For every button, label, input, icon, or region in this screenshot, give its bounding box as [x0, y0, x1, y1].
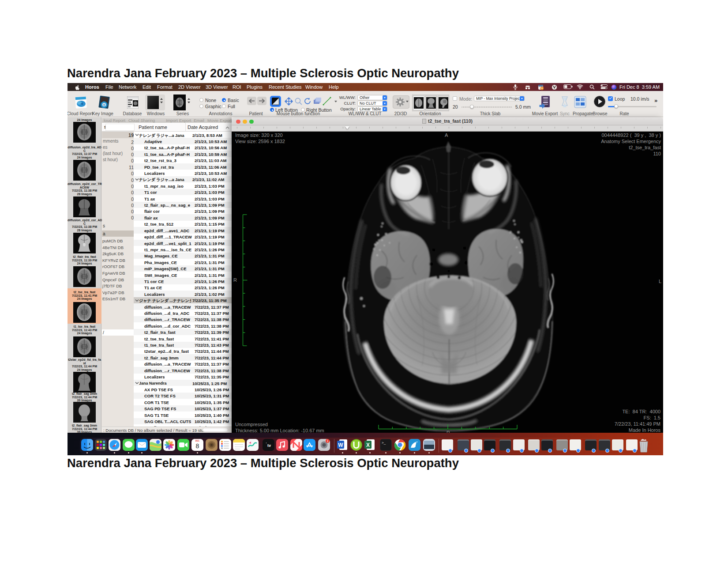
svg-text:DEC: DEC: [195, 440, 199, 442]
svg-text:8: 8: [195, 442, 199, 450]
svg-text:tv: tv: [267, 443, 270, 448]
svg-text:>_: >_: [382, 441, 386, 445]
svg-text:1: 1: [326, 439, 328, 442]
svg-text:0: 0: [103, 103, 105, 106]
svg-text:X: X: [366, 442, 369, 448]
svg-text:W: W: [338, 442, 343, 448]
